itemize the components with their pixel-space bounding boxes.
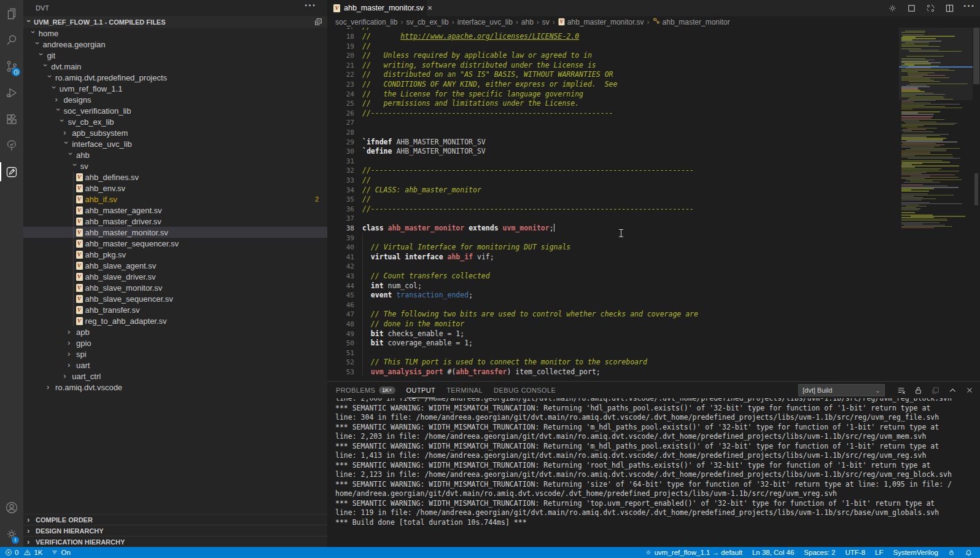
- code-line-20[interactable]: 20// Unless required by applicable law o…: [327, 51, 899, 61]
- code-editor[interactable]: 17//18// http://www.apache.org/licenses/…: [327, 28, 980, 381]
- extensions-icon[interactable]: [0, 106, 23, 132]
- code-line-25[interactable]: 25// permissions and limitations under t…: [327, 99, 899, 109]
- code-line-42[interactable]: 42: [327, 262, 899, 272]
- tree-item-ahb_slave_monitor.sv[interactable]: Vahb_slave_monitor.sv: [23, 282, 327, 293]
- tree-item-apb[interactable]: ›apb: [23, 326, 327, 337]
- run-box-icon[interactable]: [907, 4, 916, 13]
- breadcrumb[interactable]: soc_verification_lib› sv_cb_ex_lib› inte…: [327, 16, 980, 28]
- minimap-slider[interactable]: [899, 28, 973, 100]
- notifications-bell-icon[interactable]: [965, 549, 973, 557]
- code-line-53[interactable]: 53 uvm_analysis_port #(ahb_transfer) ite…: [327, 367, 899, 377]
- code-line-48[interactable]: 48 // done in the monitor: [327, 320, 899, 329]
- code-line-30[interactable]: 30`define AHB_MASTER_MONITOR_SV: [327, 147, 899, 157]
- output-log[interactable]: line: 2,000 in file: /home/andreea.georg…: [327, 398, 980, 547]
- tree-item-ahb_slave_driver.sv[interactable]: Vahb_slave_driver.sv: [23, 271, 327, 282]
- language-mode[interactable]: SystemVerilog: [893, 549, 938, 556]
- tree-item-ahb[interactable]: ›ahb: [23, 149, 327, 160]
- tab-ahb-master-monitor[interactable]: V ahb_master_monitor.sv ×: [327, 0, 427, 16]
- section-verification-hierarchy[interactable]: ›VERIFICATION HIERARCHY: [23, 536, 327, 547]
- encoding[interactable]: UTF-8: [845, 549, 865, 556]
- code-line-21[interactable]: 21// writing, software distributed under…: [327, 61, 899, 71]
- code-line-51[interactable]: 51: [327, 348, 899, 358]
- tab-problems[interactable]: PROBLEMS 1K+: [336, 382, 395, 398]
- code-line-41[interactable]: 41 virtual interface ahb_if vif;: [327, 253, 899, 262]
- search-icon[interactable]: [0, 26, 23, 53]
- tree-item-dvt.main[interactable]: ›dvt.main: [23, 61, 327, 72]
- close-panel-icon[interactable]: [965, 386, 974, 395]
- code-line-38[interactable]: 38class ahb_master_monitor extends uvm_m…: [327, 224, 899, 234]
- code-line-32[interactable]: 32//------------------------------------…: [327, 166, 899, 176]
- code-line-19[interactable]: 19//: [327, 42, 899, 52]
- code-line-46[interactable]: 46: [327, 301, 899, 310]
- tree-item-sv_cb_ex_lib[interactable]: ›sv_cb_ex_lib: [23, 116, 327, 127]
- code-line-47[interactable]: 47 // The following two bits are used to…: [327, 310, 899, 320]
- tab-debug-console[interactable]: DEBUG CONSOLE: [494, 382, 556, 398]
- tab-close-icon[interactable]: ×: [427, 4, 432, 12]
- tree-item-ahb_master_agent.sv[interactable]: Vahb_master_agent.sv: [23, 205, 327, 216]
- code-line-17[interactable]: 17//: [327, 28, 899, 32]
- code-line-34[interactable]: 34// CLASS: ahb_master_monitor: [327, 186, 899, 195]
- cursor-position[interactable]: Ln 38, Col 46: [752, 549, 794, 556]
- source-control-icon[interactable]: [0, 53, 23, 79]
- tree-item-interface_uvc_lib[interactable]: ›interface_uvc_lib: [23, 138, 327, 149]
- settings-gear-icon[interactable]: 1: [0, 521, 23, 547]
- tree-item-ahb_master_driver.sv[interactable]: Vahb_master_driver.sv: [23, 216, 327, 227]
- tree-item-designs[interactable]: ›designs: [23, 94, 327, 105]
- code-line-28[interactable]: 28: [327, 128, 899, 138]
- dvt-project-status[interactable]: uvm_ref_flow_1.1 → default: [645, 549, 742, 556]
- verification-icon[interactable]: [0, 132, 23, 159]
- more-actions-icon[interactable]: ···: [963, 4, 975, 12]
- tree-item-ro.amiq.dvt.vscode[interactable]: ›ro.amiq.dvt.vscode: [23, 382, 327, 393]
- tree-item-ahb_slave_sequencer.sv[interactable]: Vahb_slave_sequencer.sv: [23, 293, 327, 304]
- dvt-icon[interactable]: [0, 159, 23, 185]
- code-line-35[interactable]: 35//: [327, 195, 899, 205]
- tabs-lock-icon[interactable]: [948, 549, 955, 556]
- maximize-panel-icon[interactable]: [948, 386, 957, 395]
- open-in-editor-icon[interactable]: [931, 386, 940, 395]
- dvt-filter-status[interactable]: On: [51, 549, 70, 556]
- tree-item-uart_ctrl[interactable]: ›uart_ctrl: [23, 371, 327, 382]
- code-line-39[interactable]: 39: [327, 234, 899, 243]
- tree-item-uvm_ref_flow_1.1[interactable]: ›uvm_ref_flow_1.1: [23, 83, 327, 94]
- code-line-31[interactable]: 31: [327, 157, 899, 167]
- tree-item-spi[interactable]: ›spi: [23, 348, 327, 360]
- code-line-36[interactable]: 36//------------------------------------…: [327, 205, 899, 214]
- breadcrumb-item[interactable]: ahb: [521, 18, 534, 26]
- sidebar-more-actions-icon[interactable]: ···: [305, 0, 316, 11]
- output-channel-select[interactable]: [dvt] Build ⌄: [798, 384, 885, 396]
- tree-item-home[interactable]: ›home: [23, 28, 327, 39]
- code-line-40[interactable]: 40 // Virtual Interface for monitoring D…: [327, 243, 899, 253]
- code-line-52[interactable]: 52 // This TLM port is used to connect t…: [327, 358, 899, 367]
- tree-item-ahb_transfer.sv[interactable]: Vahb_transfer.sv: [23, 304, 327, 315]
- breadcrumb-item[interactable]: soc_verification_lib: [335, 18, 397, 26]
- section-design-hierarchy[interactable]: ›DESIGN HIERARCHY: [23, 525, 327, 536]
- tree-item-reg_to_ahb_adapter.sv[interactable]: Vreg_to_ahb_adapter.sv: [23, 315, 327, 326]
- collapse-all-icon[interactable]: [314, 17, 322, 27]
- breadcrumb-item[interactable]: sv: [542, 18, 550, 26]
- tree-item-ahb_if.sv[interactable]: Vahb_if.sv2: [23, 194, 327, 205]
- code-line-43[interactable]: 43 // Count transfers collected: [327, 272, 899, 281]
- tree-item-ahb_master_sequencer.sv[interactable]: Vahb_master_sequencer.sv: [23, 238, 327, 249]
- eol-sequence[interactable]: LF: [875, 549, 883, 556]
- tree-item-andreea.georgian[interactable]: ›andreea.georgian: [23, 39, 327, 50]
- tree-item-apb_subsystem[interactable]: ›apb_subsystem: [23, 127, 327, 138]
- tab-terminal[interactable]: TERMINAL: [446, 382, 483, 398]
- account-icon[interactable]: [0, 494, 23, 521]
- breadcrumb-item-file[interactable]: ahb_master_monitor.sv: [567, 18, 644, 26]
- code-line-33[interactable]: 33//: [327, 176, 899, 186]
- code-line-26[interactable]: 26//------------------------------------…: [327, 109, 899, 119]
- code-line-22[interactable]: 22// distributed on an "AS IS" BASIS, WI…: [327, 70, 899, 80]
- breadcrumb-item[interactable]: sv_cb_ex_lib: [406, 18, 448, 26]
- tree-item-ahb_defines.sv[interactable]: Vahb_defines.sv: [23, 171, 327, 183]
- problems-status[interactable]: 0 1K: [5, 549, 42, 556]
- tree-item-ro.amiq.dvt.predefined_projects[interactable]: ›ro.amiq.dvt.predefined_projects: [23, 72, 327, 83]
- explorer-icon[interactable]: [0, 0, 23, 26]
- code-line-44[interactable]: 44 int num_col;: [327, 281, 899, 291]
- tree-item-gpio[interactable]: ›gpio: [23, 337, 327, 348]
- code-line-24[interactable]: 24// the License for the specific langua…: [327, 90, 899, 100]
- breadcrumb-item-symbol[interactable]: ahb_master_monitor: [663, 18, 730, 26]
- code-line-49[interactable]: 49 bit checks_enable = 1;: [327, 329, 899, 339]
- trace-graph-icon[interactable]: [925, 3, 936, 14]
- breadcrumb-item[interactable]: interface_uvc_lib: [457, 18, 513, 26]
- code-line-50[interactable]: 50 bit coverage_enable = 1;: [327, 339, 899, 348]
